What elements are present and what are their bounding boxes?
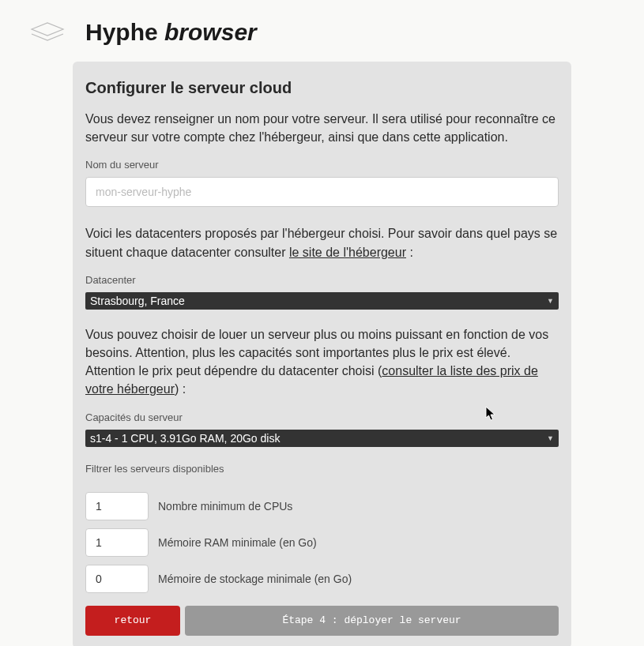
config-panel: Configurer le serveur cloud Vous devez r… — [73, 62, 571, 646]
filter-row-cpu: Nombre minimum de CPUs — [85, 492, 559, 520]
logo-icon — [28, 21, 66, 43]
filter-section-label: Filtrer les serveurs disponibles — [85, 463, 559, 475]
filter-cpu-input[interactable] — [85, 492, 149, 520]
capacity-select[interactable]: s1-4 - 1 CPU, 3.91Go RAM, 20Go disk — [85, 430, 559, 447]
filter-disk-input[interactable] — [85, 565, 149, 593]
capacity-label: Capacités du serveur — [85, 411, 559, 423]
app-header: Hyphe browser — [0, 0, 644, 62]
app-title: Hyphe browser — [85, 19, 257, 46]
button-row: retour Étape 4 : déployer le serveur — [85, 606, 559, 636]
filter-cpu-label: Nombre minimum de CPUs — [158, 500, 292, 513]
filter-ram-label: Mémoire RAM minimale (en Go) — [158, 536, 317, 549]
filter-row-ram: Mémoire RAM minimale (en Go) — [85, 528, 559, 557]
datacenter-label: Datacenter — [85, 274, 559, 286]
filter-disk-label: Mémoire de stockage minimale (en Go) — [158, 573, 352, 585]
server-name-input[interactable] — [85, 177, 559, 207]
filter-row-disk: Mémoire de stockage minimale (en Go) — [85, 565, 559, 593]
capacity-intro-text: Vous pouvez choisir de louer un serveur … — [85, 325, 559, 399]
datacenter-select[interactable]: Strasbourg, France — [85, 292, 559, 310]
datacenter-intro-text: Voici les datacenters proposés par l'héb… — [85, 224, 559, 261]
back-button[interactable]: retour — [85, 606, 180, 636]
provider-site-link[interactable]: le site de l'hébergeur — [289, 246, 406, 259]
intro-text: Vous devez renseigner un nom pour votre … — [85, 110, 559, 146]
next-button[interactable]: Étape 4 : déployer le serveur — [185, 606, 559, 636]
panel-title: Configurer le serveur cloud — [85, 79, 559, 97]
server-name-label: Nom du serveur — [85, 159, 559, 171]
filter-ram-input[interactable] — [85, 528, 149, 557]
